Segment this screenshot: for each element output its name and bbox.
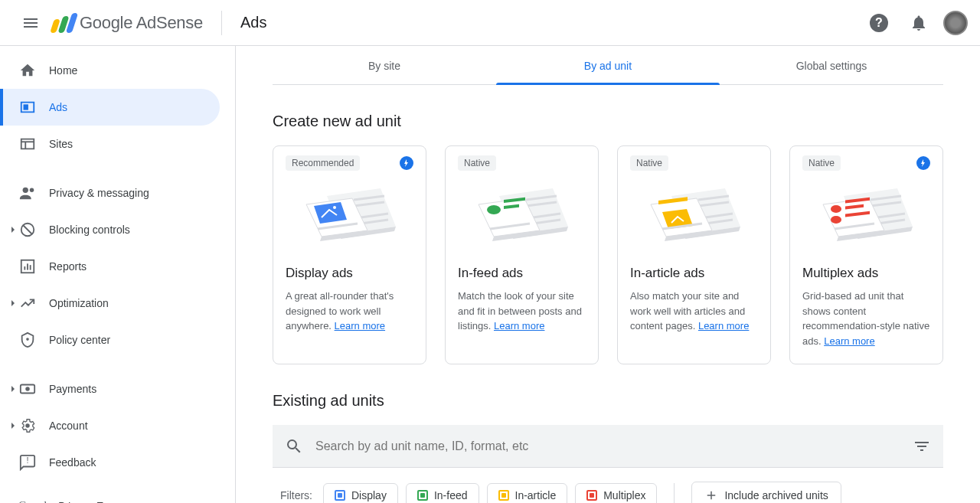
svg-point-3 [23,188,28,193]
filter-list-icon[interactable] [913,437,931,456]
feedback-icon: ! [18,454,37,471]
card-badge: Native [802,155,841,171]
ad-format-icon [335,490,345,501]
card-badge: Native [458,155,496,171]
learn-more-link[interactable]: Learn more [494,320,544,332]
user-avatar[interactable] [943,11,968,35]
filter-chip-multiplex[interactable]: Multiplex [575,483,657,503]
sidebar-item-sites[interactable]: Sites [0,126,220,162]
sidebar-item-payments[interactable]: Payments [0,371,220,407]
card-title: In-feed ads [458,266,586,281]
chip-label: Display [351,489,387,501]
svg-rect-10 [30,265,31,269]
block-icon [18,221,37,238]
sidebar-item-reports[interactable]: Reports [0,248,220,285]
ad-card-in-feed-ads[interactable]: Native In-feed ads Match the look of you… [445,145,599,364]
filter-row: Filters: DisplayIn-feedIn-articleMultipl… [273,468,943,503]
tab-by-site[interactable]: By site [273,47,496,84]
sidebar-item-blocking-controls[interactable]: Blocking controls [0,211,220,248]
learn-more-link[interactable]: Learn more [698,320,749,332]
tabs-bar: By siteBy ad unitGlobal settings [273,47,943,85]
product-name: Google AdSense [80,13,203,33]
hamburger-icon [21,14,40,32]
ad-card-in-article-ads[interactable]: Native In-article ads Also match your si… [617,145,771,364]
opt-icon [18,295,37,312]
main-menu-button[interactable] [12,5,49,41]
card-title: Multiplex ads [802,266,930,281]
svg-text:!: ! [26,456,28,465]
help-icon: ? [870,14,888,32]
svg-line-6 [24,226,32,234]
sidebar-item-home[interactable]: Home [0,52,220,89]
account-icon [18,417,37,434]
sidebar-item-privacy-messaging[interactable]: Privacy & messaging [0,175,220,211]
card-title: Display ads [286,266,413,281]
sidebar-item-account[interactable]: Account [0,407,220,444]
sidebar-item-label: Reports [49,260,87,273]
chip-label: In-feed [434,489,468,501]
notifications-button[interactable] [903,8,934,38]
card-badge: Recommended [286,155,360,171]
chevron-right-icon [9,300,17,306]
create-section-title: Create new ad unit [273,113,943,130]
ad-format-icon [417,490,428,501]
sidebar-item-label: Policy center [49,334,110,346]
sidebar-nav: HomeAdsSites Privacy & messagingBlocking… [0,46,236,503]
search-bar[interactable] [273,425,943,468]
tab-global-settings[interactable]: Global settings [720,47,943,84]
policy-icon [18,332,37,348]
sidebar-item-policy-center[interactable]: Policy center [0,322,220,358]
sidebar-item-label: Home [49,64,77,77]
main-content: By siteBy ad unitGlobal settings Create … [236,46,980,503]
site-icon [18,136,37,152]
include-archived-button[interactable]: Include archived units [691,482,841,503]
home-icon [18,62,37,79]
card-illustration [802,177,930,253]
terms-link[interactable]: Terms [97,500,124,503]
card-illustration [458,177,586,253]
card-title: In-article ads [630,266,758,281]
card-description: Also match your site and work well with … [630,289,758,334]
svg-point-35 [487,205,501,214]
svg-point-25 [333,206,336,209]
card-description: Grid-based ad unit that shows content re… [802,289,930,348]
filter-chip-in-feed[interactable]: In-feed [406,483,479,503]
learn-more-link[interactable]: Learn more [335,320,385,332]
search-input[interactable] [315,439,913,453]
help-button[interactable]: ? [864,8,894,38]
bell-icon [910,14,928,32]
tab-by-ad-unit[interactable]: By ad unit [496,47,720,84]
card-illustration [630,177,758,253]
card-description: A great all-rounder that's designed to w… [286,289,413,334]
amp-icon [400,156,413,170]
privacy-link[interactable]: Privacy [58,500,91,503]
product-logo[interactable]: Google AdSense [52,13,203,33]
app-header: Google AdSense Ads ? [0,0,980,46]
sidebar-item-ads[interactable]: Ads [0,89,220,126]
chip-label: Multiplex [603,489,645,501]
reports-icon [18,258,37,275]
card-illustration [286,177,413,253]
ad-card-multiplex-ads[interactable]: Native Multiplex ads Grid-based ad unit … [789,145,943,364]
filters-label: Filters: [280,489,312,501]
ad-card-display-ads[interactable]: Recommended Display ads A great all-roun… [273,145,426,364]
card-description: Match the look of your site and fit in b… [458,289,586,334]
payments-icon [18,381,37,397]
sidebar-item-label: Privacy & messaging [49,187,149,199]
sidebar-item-optimization[interactable]: Optimization [0,285,220,322]
chevron-right-icon [9,386,17,392]
ad-icon [18,99,37,116]
filter-divider [674,483,675,503]
filter-chip-display[interactable]: Display [323,483,398,503]
chevron-right-icon [9,227,17,233]
chevron-right-icon [9,423,17,429]
ad-unit-cards-grid: Recommended Display ads A great all-roun… [273,145,943,364]
sidebar-item-label: Account [49,420,88,432]
sidebar-footer: Google Privacy Terms [0,490,235,503]
ad-format-icon [498,490,509,501]
sidebar-item-feedback[interactable]: !Feedback [0,444,220,481]
filter-chip-in-article[interactable]: In-article [487,483,568,503]
svg-rect-8 [24,266,25,270]
card-badge: Native [630,155,668,171]
learn-more-link[interactable]: Learn more [824,335,874,347]
